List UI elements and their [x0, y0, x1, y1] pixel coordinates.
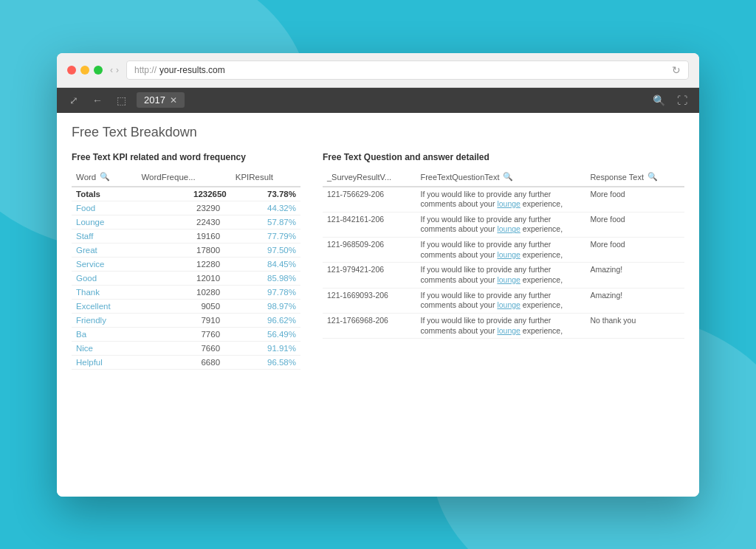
response-cell: Amazing! — [585, 288, 684, 313]
table-row: 121-1669093-206 If you would like to pro… — [323, 288, 684, 313]
url-bar[interactable]: http:// your-results.com ↻ — [126, 61, 689, 80]
table-row: Helpful 6680 96.58% — [72, 355, 300, 369]
right-table-wrapper: _SurveyResultV... FreeTextQuestionText 🔍 — [323, 168, 684, 339]
question-cell: If you would like to provide any further… — [416, 263, 585, 288]
table-row: Staff 19160 77.79% — [72, 229, 300, 243]
forward-arrow[interactable]: › — [116, 65, 119, 75]
right-section-heading: Free Text Question and answer detailed — [323, 152, 684, 162]
maximize-button[interactable] — [94, 66, 103, 75]
question-cell: If you would like to provide any further… — [416, 212, 585, 237]
content-area: Free Text Breakdown Free Text KPI relate… — [57, 113, 699, 497]
right-table: _SurveyResultV... FreeTextQuestionText 🔍 — [323, 168, 684, 339]
expand-icon[interactable]: ⤢ — [66, 92, 82, 108]
left-data-table: Food 23290 44.32% Lounge 22430 57.87% St… — [72, 201, 300, 370]
kpi-cell: 97.50% — [224, 243, 300, 257]
kpi-cell: 96.58% — [224, 355, 300, 369]
survey-id-cell: 121-979421-206 — [323, 263, 416, 288]
tag-close-icon[interactable]: ✕ — [170, 95, 177, 106]
minimize-button[interactable] — [80, 66, 89, 75]
survey-id-cell: 121-1766968-206 — [323, 313, 416, 338]
freq-cell: 19160 — [159, 229, 224, 243]
col-survey-header: _SurveyResultV... — [323, 168, 416, 187]
freq-cell: 10280 — [159, 285, 224, 299]
kpi-cell: 98.97% — [224, 299, 300, 313]
freq-cell: 9050 — [159, 299, 224, 313]
kpi-cell: 96.62% — [224, 313, 300, 327]
kpi-cell: 97.78% — [224, 285, 300, 299]
response-cell: More food — [585, 238, 684, 263]
table-row: Ba 7760 56.49% — [72, 327, 300, 341]
url-prefix: http:// — [134, 65, 157, 75]
table-row: Lounge 22430 57.87% — [72, 215, 300, 229]
totals-freq: 1232650 — [137, 187, 230, 201]
url-domain: your-results.com — [159, 65, 225, 75]
reload-icon[interactable]: ↻ — [672, 64, 681, 76]
kpi-cell: 44.32% — [224, 201, 300, 215]
table-row: 121-979421-206 If you would like to prov… — [323, 263, 684, 288]
freq-cell: 7760 — [159, 327, 224, 341]
word-cell: Good — [72, 271, 159, 285]
freq-cell: 7660 — [159, 341, 224, 355]
table-row: Food 23290 44.32% — [72, 201, 300, 215]
question-cell: If you would like to provide any further… — [416, 313, 585, 338]
table-row: 121-842161-206 If you would like to prov… — [323, 212, 684, 237]
left-table: Word 🔍 WordFreque... KPIResult Totals 12… — [72, 168, 300, 201]
col-response-header: Response Text — [590, 173, 644, 182]
kpi-cell: 56.49% — [224, 327, 300, 341]
table-row: Nice 7660 91.91% — [72, 341, 300, 355]
table-row: Excellent 9050 98.97% — [72, 299, 300, 313]
close-button[interactable] — [67, 66, 76, 75]
response-search-icon[interactable]: 🔍 — [647, 171, 659, 183]
kpi-cell: 91.91% — [224, 341, 300, 355]
totals-label: Totals — [72, 187, 137, 201]
freq-cell: 12010 — [159, 271, 224, 285]
nav-back-icon[interactable]: ← — [89, 92, 106, 108]
fullscreen-icon[interactable]: ⛶ — [674, 92, 690, 108]
word-cell: Friendly — [72, 313, 159, 327]
kpi-cell: 84.45% — [224, 257, 300, 271]
freq-cell: 7910 — [159, 313, 224, 327]
sections-wrapper: Free Text KPI related and word frequency… — [72, 152, 684, 370]
toolbar: ⤢ ← ⬚ 2017 ✕ 🔍 ⛶ — [57, 88, 699, 113]
search-toolbar-icon[interactable]: 🔍 — [650, 92, 667, 108]
table-row: Friendly 7910 96.62% — [72, 313, 300, 327]
col-freq-header: WordFreque... — [137, 168, 230, 187]
left-section: Free Text KPI related and word frequency… — [72, 152, 300, 370]
page-title: Free Text Breakdown — [72, 125, 684, 140]
word-cell: Great — [72, 243, 159, 257]
left-section-heading: Free Text KPI related and word frequency — [72, 152, 300, 162]
word-cell: Nice — [72, 341, 159, 355]
freq-cell: 12280 — [159, 257, 224, 271]
question-cell: If you would like to provide any further… — [416, 238, 585, 263]
freq-cell: 17800 — [159, 243, 224, 257]
select-icon[interactable]: ⬚ — [113, 92, 129, 108]
survey-id-cell: 121-968509-206 — [323, 238, 416, 263]
word-cell: Service — [72, 257, 159, 271]
word-cell: Thank — [72, 285, 159, 299]
kpi-cell: 57.87% — [224, 215, 300, 229]
survey-id-cell: 121-1669093-206 — [323, 288, 416, 313]
question-cell: If you would like to provide any further… — [416, 187, 585, 213]
question-search-icon[interactable]: 🔍 — [502, 171, 514, 183]
word-cell: Excellent — [72, 299, 159, 313]
table-row: 121-1766968-206 If you would like to pro… — [323, 313, 684, 338]
word-search-icon[interactable]: 🔍 — [99, 171, 111, 183]
word-cell: Lounge — [72, 215, 159, 229]
back-arrow[interactable]: ‹ — [110, 65, 113, 75]
right-section: Free Text Question and answer detailed _… — [323, 152, 684, 370]
title-bar: ‹ › http:// your-results.com ↻ — [57, 53, 699, 88]
response-cell: More food — [585, 212, 684, 237]
totals-row: Totals 1232650 73.78% — [72, 187, 300, 201]
word-cell: Food — [72, 201, 159, 215]
year-tag[interactable]: 2017 ✕ — [137, 92, 185, 108]
browser-window: ‹ › http:// your-results.com ↻ ⤢ ← ⬚ 201… — [57, 53, 699, 497]
traffic-lights — [67, 66, 103, 75]
table-row: Service 12280 84.45% — [72, 257, 300, 271]
totals-kpi: 73.78% — [231, 187, 300, 201]
response-cell: Amazing! — [585, 263, 684, 288]
table-row: 121-968509-206 If you would like to prov… — [323, 238, 684, 263]
col-question-header: FreeTextQuestionText — [420, 173, 499, 182]
table-row: Thank 10280 97.78% — [72, 285, 300, 299]
freq-cell: 23290 — [159, 201, 224, 215]
table-row: 121-756629-206 If you would like to prov… — [323, 187, 684, 213]
